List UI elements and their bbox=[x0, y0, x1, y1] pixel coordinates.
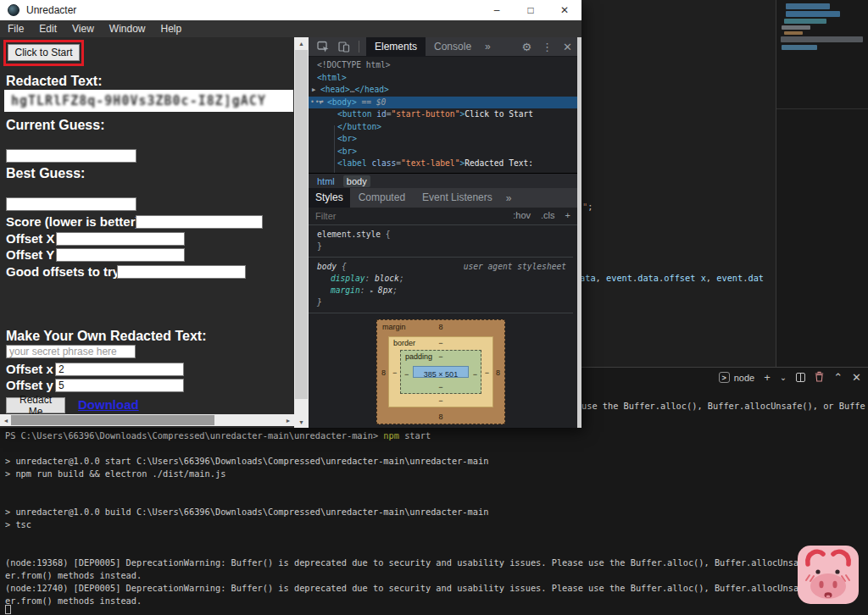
tab-styles[interactable]: Styles bbox=[309, 188, 350, 208]
dom-node-line[interactable]: </button> bbox=[309, 121, 577, 134]
dom-node-line[interactable]: <html> bbox=[309, 72, 577, 85]
margin-left-value: 8 bbox=[381, 368, 386, 377]
minimize-button[interactable]: – bbox=[480, 0, 514, 20]
code-token: (node:12740) [DEP0005] DeprecationWarnin… bbox=[5, 583, 804, 593]
expand-arrow-icon[interactable]: ▶ bbox=[312, 84, 315, 97]
dom-node-line[interactable]: <label class="text-label">Redacted Text: bbox=[309, 158, 577, 170]
code-token: body bbox=[317, 262, 337, 271]
best-guess-input[interactable] bbox=[6, 197, 136, 211]
new-terminal-icon[interactable]: + bbox=[764, 372, 771, 383]
app-horizontal-scrollbar[interactable]: ◄ ► bbox=[0, 414, 294, 426]
more-tabs-icon[interactable]: » bbox=[480, 41, 496, 53]
css-rule-line: } bbox=[309, 296, 573, 308]
title-bar[interactable]: Unredacter – □ ✕ bbox=[0, 0, 581, 20]
hover-state-toggle[interactable]: :hov bbox=[513, 210, 531, 220]
padding-top-value: − bbox=[401, 352, 481, 361]
code-token: "start-button" bbox=[392, 109, 460, 119]
redact-me-button[interactable]: Redact Me bbox=[6, 397, 65, 413]
current-guess-input[interactable] bbox=[6, 149, 136, 163]
class-toggle[interactable]: .cls bbox=[541, 210, 555, 220]
style-rules[interactable]: element.style {}body {user agent stylesh… bbox=[309, 225, 573, 313]
close-devtools-icon[interactable]: ✕ bbox=[563, 41, 572, 53]
secret-phrase-input[interactable] bbox=[6, 345, 136, 358]
terminal-line: > unredacter@1.0.0 build C:\Users\66396\… bbox=[5, 506, 865, 518]
code-token: <br> bbox=[337, 147, 357, 156]
terminal-dropdown-icon[interactable]: ⌄ bbox=[780, 372, 787, 383]
inspect-element-icon[interactable] bbox=[317, 41, 330, 53]
split-terminal-icon[interactable] bbox=[796, 373, 805, 382]
expand-arrow-icon[interactable]: ▼ bbox=[319, 97, 322, 109]
start-button[interactable]: Click to Start bbox=[8, 44, 80, 61]
offset-y-lower-input[interactable] bbox=[55, 379, 184, 392]
box-model-diagram[interactable]: margin 8 8 8 8 border − − − − padding − … bbox=[376, 319, 505, 424]
scroll-up-icon[interactable]: ▲ bbox=[294, 37, 309, 49]
breadcrumb-body[interactable]: body bbox=[343, 175, 370, 187]
close-button[interactable]: ✕ bbox=[548, 0, 581, 20]
vertical-scroll-thumb[interactable] bbox=[295, 50, 308, 399]
border-right-value: − bbox=[485, 368, 489, 377]
tab-elements[interactable]: Elements bbox=[366, 37, 426, 57]
maximize-button[interactable]: □ bbox=[514, 0, 548, 20]
app-vertical-scrollbar[interactable]: ▲ ▼ bbox=[294, 37, 309, 428]
code-token: 8px bbox=[378, 285, 392, 295]
pig-sticker-image bbox=[798, 546, 859, 604]
border-top-value: − bbox=[389, 339, 492, 347]
dom-node-line[interactable]: ▶<head>…</head> bbox=[309, 84, 577, 97]
scroll-left-icon[interactable]: ◄ bbox=[0, 414, 12, 426]
tab-computed[interactable]: Computed bbox=[350, 188, 414, 208]
code-token: er.from() methods instead. bbox=[5, 570, 142, 580]
margin-right-value: 8 bbox=[496, 368, 500, 377]
menu-edit[interactable]: Edit bbox=[31, 20, 64, 37]
offset-x-lower-input[interactable] bbox=[55, 363, 184, 376]
box-model-content: 385 × 501 bbox=[413, 366, 469, 378]
download-link[interactable]: Download bbox=[78, 397, 139, 412]
kill-terminal-icon[interactable] bbox=[815, 371, 824, 384]
code-token: event bbox=[606, 273, 632, 283]
terminal-line: > tsc bbox=[5, 518, 865, 531]
code-token: ; bbox=[587, 202, 593, 212]
breadcrumb-html[interactable]: html bbox=[317, 176, 335, 186]
score-input[interactable] bbox=[136, 215, 263, 229]
code-token: { bbox=[337, 262, 347, 271]
dom-node-selected[interactable]: •••▼<body> == $0 bbox=[309, 97, 577, 109]
menu-help[interactable]: Help bbox=[153, 20, 190, 37]
current-guess-label: Current Guess: bbox=[6, 118, 104, 133]
offset-y-input[interactable] bbox=[56, 248, 185, 262]
menu-window[interactable]: Window bbox=[102, 20, 153, 37]
good-offsets-input[interactable] bbox=[117, 265, 246, 279]
maximize-panel-icon[interactable]: ⌃ bbox=[833, 372, 843, 383]
border-left-value: − bbox=[392, 368, 397, 377]
tab-console[interactable]: Console bbox=[426, 37, 480, 57]
minimap-code-bar bbox=[782, 45, 817, 50]
css-rule-line: } bbox=[309, 241, 573, 252]
settings-gear-icon[interactable]: ⚙ bbox=[521, 41, 531, 53]
padding-left-value: − bbox=[404, 370, 409, 379]
dom-node-line[interactable]: <!DOCTYPE html> bbox=[309, 59, 577, 72]
tab-event-listeners[interactable]: Event Listeners bbox=[414, 188, 501, 208]
close-panel-icon[interactable]: ✕ bbox=[852, 372, 861, 383]
code-token: class bbox=[367, 158, 397, 168]
shell-selector[interactable]: > node bbox=[719, 372, 754, 383]
scroll-down-icon[interactable]: ▼ bbox=[294, 416, 309, 428]
offset-x-input[interactable] bbox=[56, 232, 185, 246]
new-style-rule-icon[interactable]: + bbox=[565, 210, 570, 220]
css-rule[interactable]: body {user agent stylesheetdisplay: bloc… bbox=[309, 258, 573, 313]
device-toolbar-icon[interactable] bbox=[338, 41, 350, 53]
more-style-tabs-icon[interactable]: » bbox=[501, 192, 517, 204]
menu-view[interactable]: View bbox=[64, 20, 102, 37]
terminal-output[interactable]: PS C:\Users\66396\Downloads\Compressed\u… bbox=[5, 429, 865, 607]
dom-node-line[interactable]: <br> bbox=[309, 133, 577, 146]
dom-node-line[interactable]: <br> bbox=[309, 146, 577, 158]
unredacter-app: Click to Start Redacted Text: hgTLRlFZ8q… bbox=[0, 37, 294, 428]
code-token: dat bbox=[748, 273, 764, 283]
dom-tree[interactable]: <!DOCTYPE html><html>▶<head>…</head>•••▼… bbox=[309, 57, 577, 173]
terminal-line bbox=[5, 544, 865, 557]
scroll-right-icon[interactable]: ► bbox=[282, 414, 294, 426]
horizontal-scroll-thumb[interactable] bbox=[11, 415, 214, 425]
kebab-menu-icon[interactable]: ⋮ bbox=[542, 41, 553, 53]
menu-file[interactable]: File bbox=[0, 20, 31, 37]
styles-filter-input[interactable] bbox=[314, 210, 483, 222]
css-rule[interactable]: element.style {} bbox=[309, 225, 573, 257]
dom-node-line[interactable]: <button id="start-button">Click to Start bbox=[309, 108, 577, 121]
terminal-line bbox=[5, 531, 865, 544]
